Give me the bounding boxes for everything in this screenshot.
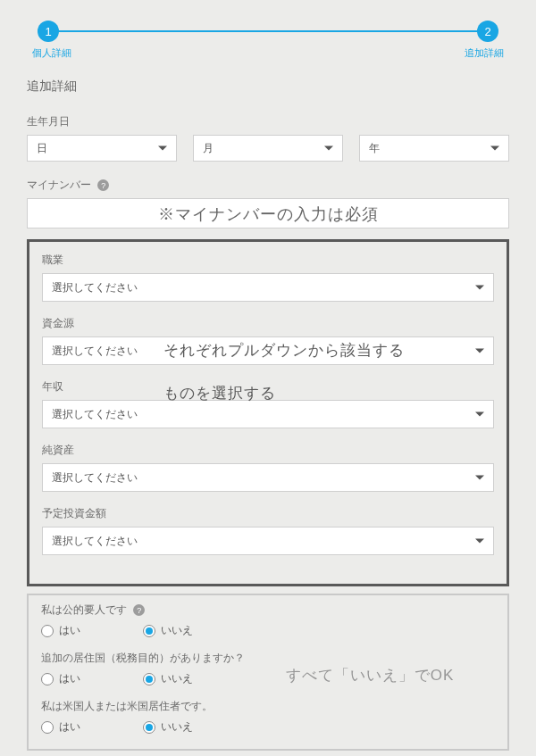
pep-yes-option[interactable]: はい [41,623,80,638]
financials-box: 職業 選択してください 資金源 選択してください 年収 選択してください 純資産… [27,239,509,586]
netassets-label: 純資産 [42,443,494,458]
usperson-label: 私は米国人または米国居住者です。 [41,699,495,714]
usperson-yes-label: はい [59,719,80,735]
radio-icon [143,625,155,637]
netassets-select[interactable]: 選択してください [42,463,494,492]
radio-icon [143,721,155,734]
taxres-no-option[interactable]: いいえ [143,671,193,686]
help-icon[interactable]: ? [133,604,145,616]
occupation-label: 職業 [42,253,494,268]
income-value: 選択してください [52,407,138,422]
pep-no-label: いいえ [161,623,193,638]
occupation-select[interactable]: 選択してください [42,273,494,302]
taxres-yes-option[interactable]: はい [41,671,80,686]
mynumber-label: マイナンバー ? [27,178,509,193]
step-1-label: 個人詳細 [32,46,71,60]
planned-select[interactable]: 選択してください [42,527,494,555]
dob-month-value: 月 [203,141,214,156]
occupation-value: 選択してください [52,280,138,295]
radio-icon [41,625,54,637]
radio-icon [143,673,155,685]
mynumber-label-text: マイナンバー [27,179,91,191]
pep-label: 私は公的要人です ? [41,602,495,618]
radio-icon [41,673,54,685]
source-label: 資金源 [42,316,494,331]
step-2-label: 追加詳細 [465,46,504,60]
usperson-no-label: いいえ [161,719,193,735]
page-title: 追加詳細 [27,79,509,95]
dob-year-value: 年 [369,141,380,156]
netassets-value: 選択してください [52,470,138,486]
step-1-circle: 1 [38,21,59,42]
dob-year-select[interactable]: 年 [359,135,509,162]
usperson-no-option[interactable]: いいえ [143,719,193,735]
taxres-label: 追加の居住国（税務目的）がありますか？ [41,651,495,666]
taxres-no-label: いいえ [161,671,193,686]
usperson-yes-option[interactable]: はい [41,719,80,735]
radio-icon [41,721,54,734]
planned-value: 選択してください [52,534,138,549]
pep-no-option[interactable]: いいえ [143,623,193,638]
dob-month-select[interactable]: 月 [193,135,343,162]
mynumber-input[interactable] [27,198,509,228]
help-icon[interactable]: ? [97,179,109,191]
dob-label: 生年月日 [27,114,509,129]
dob-day-value: 日 [37,141,47,156]
taxres-yes-label: はい [59,671,80,686]
income-select[interactable]: 選択してください [42,400,494,428]
source-value: 選択してください [52,344,138,359]
stepper-line [48,30,488,32]
step-2-circle: 2 [477,21,498,42]
dob-day-select[interactable]: 日 [27,135,177,162]
income-label: 年収 [42,379,494,395]
pep-label-text: 私は公的要人です [41,603,127,616]
stepper: 1 2 個人詳細 追加詳細 [27,18,509,54]
source-select[interactable]: 選択してください [42,336,494,365]
pep-yes-label: はい [59,623,80,638]
questions-box: 私は公的要人です ? はい いいえ 追加の居住国（税務目的）がありますか？ は [27,594,509,751]
planned-label: 予定投資金額 [42,506,494,521]
